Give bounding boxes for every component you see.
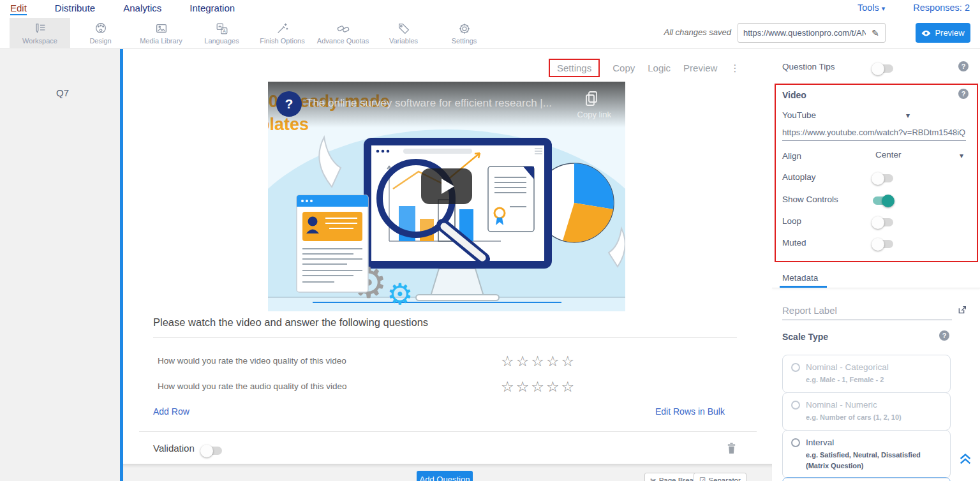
- nav-tab-distribute[interactable]: Distribute: [55, 3, 95, 15]
- tab-settings[interactable]: Settings: [549, 59, 600, 77]
- scale-type-title: Scale Type: [782, 332, 828, 342]
- nav-tab-integration[interactable]: Integration: [189, 3, 235, 15]
- caret-down-icon: ▾: [882, 4, 886, 12]
- delete-question-trash-icon[interactable]: [726, 441, 737, 455]
- channel-avatar[interactable]: ?: [276, 91, 302, 117]
- provider-caret-icon[interactable]: ▾: [906, 111, 910, 120]
- toolbar-item-settings[interactable]: Settings: [434, 18, 494, 48]
- star-icon[interactable]: ☆: [546, 378, 561, 395]
- copy-link-label[interactable]: Copy link: [577, 110, 611, 119]
- report-label-input[interactable]: Report Label: [782, 305, 952, 320]
- question-tips-help-icon[interactable]: ?: [958, 61, 969, 71]
- svg-text:⚙: ⚙: [387, 277, 413, 311]
- scale-option-label: Interval: [806, 438, 834, 447]
- nav-tab-analytics[interactable]: Analytics: [123, 3, 161, 15]
- tools-menu[interactable]: Tools ▾: [858, 3, 885, 13]
- star-icon[interactable]: ☆: [516, 378, 531, 395]
- preview-button[interactable]: Preview: [916, 23, 970, 43]
- languages-icon: A: [215, 22, 229, 36]
- divider: [139, 431, 757, 432]
- star-icon[interactable]: ☆: [531, 353, 546, 369]
- toolbar-item-media-library[interactable]: Media Library: [131, 18, 191, 48]
- responses-link[interactable]: Responses: 2: [913, 3, 970, 13]
- autoplay-toggle[interactable]: [873, 174, 893, 182]
- toolbar-item-workspace[interactable]: Workspace: [10, 18, 70, 48]
- separator-checkbox-icon: ☑: [699, 476, 706, 481]
- align-caret-icon[interactable]: ▾: [960, 151, 963, 160]
- radio-icon[interactable]: [791, 401, 800, 410]
- autoplay-label: Autoplay: [782, 172, 816, 182]
- nav-tab-edit[interactable]: Edit: [10, 3, 27, 15]
- star-icon[interactable]: ☆: [531, 378, 546, 395]
- loop-label: Loop: [782, 216, 801, 226]
- play-button[interactable]: [421, 168, 472, 204]
- star-icon[interactable]: ☆: [546, 353, 561, 369]
- matrix-row-label[interactable]: How would you rate the video quality of …: [158, 356, 346, 366]
- eye-icon: [921, 29, 931, 37]
- video-help-icon[interactable]: ?: [958, 89, 969, 99]
- toolbar-label: Finish Options: [260, 37, 304, 45]
- toolbar-item-advance-quotas[interactable]: Advance Quotas: [313, 18, 373, 48]
- toggle-knob: [872, 172, 884, 185]
- survey-url-input[interactable]: https://www.questionpro.com/t/ANpjeZ ✎: [738, 23, 886, 43]
- separator-button[interactable]: ☑Separator: [694, 473, 746, 481]
- radio-icon[interactable]: [791, 363, 800, 372]
- star-rating-row-1[interactable]: ☆☆☆☆☆: [501, 353, 576, 370]
- matrix-row-label[interactable]: How would you rate the audio quality of …: [158, 381, 346, 391]
- toolbar-item-finish-options[interactable]: Finish Options: [252, 18, 313, 48]
- radio-icon[interactable]: [791, 438, 800, 447]
- validation-label: Validation: [153, 443, 195, 454]
- toolbar-label: Settings: [452, 37, 477, 45]
- scale-option-interval[interactable]: Interval e.g. Satisfied, Neutral, Dissat…: [782, 430, 951, 478]
- variables-tag-icon: [397, 22, 411, 36]
- scale-option-example: e.g. Number of cars (1, 2, 10): [806, 412, 942, 423]
- question-title[interactable]: Please watch the video and answer the fo…: [153, 316, 737, 338]
- question-id-label[interactable]: Q7: [56, 87, 69, 98]
- video-url-input[interactable]: https://www.youtube.com/watch?v=RBDtm154…: [782, 128, 966, 141]
- video-section-title: Video: [782, 90, 806, 100]
- star-icon[interactable]: ☆: [516, 353, 531, 369]
- scale-option-partial[interactable]: [782, 477, 951, 481]
- tab-preview[interactable]: Preview: [683, 63, 717, 73]
- show-controls-toggle[interactable]: [873, 196, 893, 205]
- edit-url-pencil-icon[interactable]: ✎: [866, 28, 885, 38]
- copy-link-icon[interactable]: [584, 91, 598, 107]
- question-tips-label: Question Tips: [782, 62, 835, 71]
- scale-option-example: e.g. Male - 1, Female - 2: [806, 374, 942, 385]
- add-row-link[interactable]: Add Row: [153, 406, 189, 417]
- star-rating-row-2[interactable]: ☆☆☆☆☆: [501, 378, 576, 396]
- toolbar-item-variables[interactable]: Variables: [373, 18, 434, 48]
- tab-logic[interactable]: Logic: [648, 63, 671, 73]
- scale-option-nominal-numeric[interactable]: Nominal - Numeric e.g. Number of cars (1…: [782, 392, 951, 431]
- tab-metadata[interactable]: Metadata: [782, 273, 818, 283]
- star-icon[interactable]: ☆: [561, 353, 577, 369]
- toolbar-item-languages[interactable]: A Languages: [191, 18, 252, 48]
- toolbar-item-design[interactable]: Design: [70, 18, 131, 48]
- toggle-knob: [872, 238, 884, 251]
- validation-toggle[interactable]: [202, 447, 222, 455]
- toggle-knob: [872, 63, 884, 75]
- more-options-icon[interactable]: ⋮: [730, 63, 739, 74]
- toolbar-items: Workspace Design Media Library A Languag…: [10, 18, 494, 48]
- scale-option-nominal-categorical[interactable]: Nominal - Categorical e.g. Male - 1, Fem…: [782, 355, 951, 393]
- video-provider-select[interactable]: YouTube: [782, 110, 816, 120]
- align-value[interactable]: Center: [875, 150, 902, 159]
- scale-type-help-icon[interactable]: ?: [939, 330, 949, 341]
- external-link-icon[interactable]: [957, 305, 967, 315]
- video-player[interactable]: ⚙ ⚙ 50+ ready-made templates ? The onlin…: [268, 82, 625, 311]
- loop-toggle[interactable]: [873, 218, 893, 226]
- scale-option-label: Nominal - Numeric: [806, 400, 877, 410]
- muted-toggle[interactable]: [873, 240, 893, 248]
- edit-rows-in-bulk-link[interactable]: Edit Rows in Bulk: [655, 406, 725, 417]
- question-tips-toggle[interactable]: [873, 64, 893, 73]
- survey-url-text[interactable]: https://www.questionpro.com/t/ANpjeZ: [738, 28, 866, 38]
- star-icon[interactable]: ☆: [501, 378, 516, 395]
- star-icon[interactable]: ☆: [501, 353, 516, 369]
- tab-copy[interactable]: Copy: [612, 63, 635, 73]
- collapse-panel-chevrons-icon[interactable]: [958, 451, 972, 466]
- star-icon[interactable]: ☆: [561, 378, 577, 395]
- toolbar-label: Media Library: [140, 37, 182, 45]
- show-controls-label: Show Controls: [782, 195, 838, 204]
- add-question-button[interactable]: Add Question: [417, 471, 473, 481]
- video-overlay-title[interactable]: The online survey software for efficient…: [306, 97, 581, 110]
